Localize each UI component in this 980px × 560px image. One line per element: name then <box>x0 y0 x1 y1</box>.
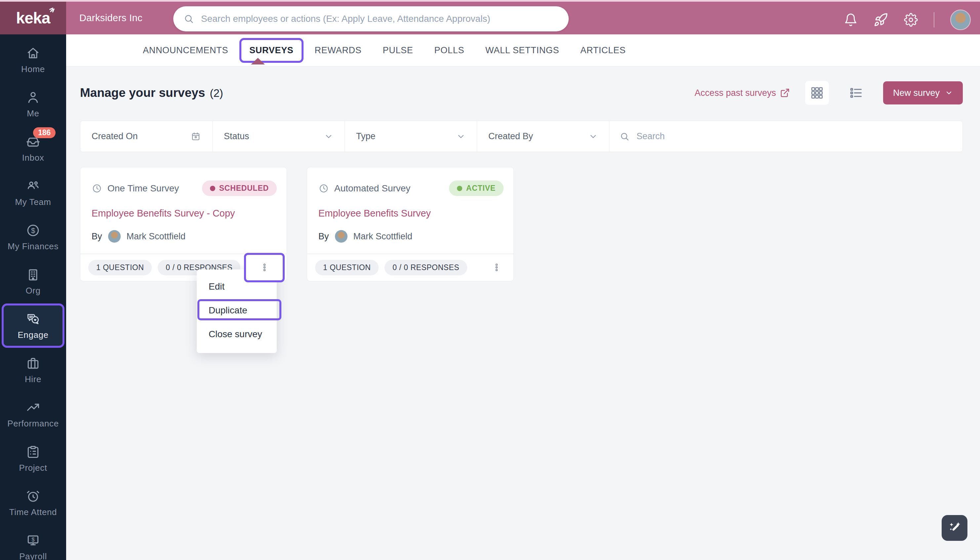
user-icon <box>26 90 40 105</box>
author-name: Mark Scottfield <box>353 232 413 242</box>
chevron-down-icon <box>588 132 598 141</box>
dollar-circle-icon: $ <box>26 222 40 238</box>
user-avatar[interactable] <box>950 10 971 30</box>
team-icon <box>26 178 40 194</box>
chevron-down-icon <box>456 132 465 141</box>
kebab-menu-button[interactable] <box>256 259 273 277</box>
page-title: Manage your surveys <box>80 86 205 100</box>
home-icon <box>26 45 40 61</box>
new-survey-button[interactable]: New survey <box>883 81 963 105</box>
survey-count: (2) <box>210 87 223 100</box>
filterbar: Created On Status Type Created By <box>80 121 963 152</box>
grid-view-icon <box>810 86 824 100</box>
tab-surveys[interactable]: SURVEYS <box>249 45 293 55</box>
kebab-icon <box>492 262 502 273</box>
global-search <box>173 6 569 32</box>
svg-text:$: $ <box>31 227 35 235</box>
payroll-monitor-icon: $ <box>26 533 40 548</box>
sidebar-item-my-team[interactable]: My Team <box>0 171 66 215</box>
bell-icon[interactable] <box>844 13 858 27</box>
filter-search <box>609 121 962 152</box>
tab-pulse[interactable]: PULSE <box>383 45 413 55</box>
sidebar-item-my-finances[interactable]: $ My Finances <box>0 215 66 259</box>
svg-text:$: $ <box>32 537 34 542</box>
sidebar-item-time-attend[interactable]: Time Attend <box>0 481 66 525</box>
head-actions: Access past surveys <box>695 81 963 105</box>
list-view-button[interactable] <box>844 81 868 105</box>
sidebar-item-hire[interactable]: Hire <box>0 348 66 392</box>
search-icon <box>183 13 194 25</box>
tab-announcements[interactable]: ANNOUNCEMENTS <box>143 45 228 55</box>
access-past-surveys-link[interactable]: Access past surveys <box>695 88 790 98</box>
survey-card-automated: Automated Survey ACTIVE Employee Benefit… <box>307 167 514 281</box>
filter-created-by[interactable]: Created By <box>477 121 609 152</box>
clock-icon <box>92 183 102 194</box>
active-tab-indicator <box>251 58 265 65</box>
app-root: keka Darksiders Inc <box>0 0 980 560</box>
sidebar: Home Me 186 Inbox My Team $ My Financ <box>0 34 66 560</box>
questions-pill: 1 QUESTION <box>315 260 378 275</box>
chevron-down-icon <box>945 89 953 97</box>
kebab-menu-button[interactable] <box>488 259 505 277</box>
survey-cards: One Time Survey SCHEDULED Employee Benef… <box>80 167 963 281</box>
status-badge-scheduled: SCHEDULED <box>202 180 277 196</box>
filter-search-input[interactable] <box>637 131 953 142</box>
chevron-down-icon <box>324 132 333 141</box>
global-search-input[interactable] <box>201 13 559 24</box>
sidebar-item-engage[interactable]: Engage <box>2 303 65 348</box>
topbar-actions <box>844 3 971 36</box>
topbar-divider <box>934 12 934 27</box>
menu-item-close-survey[interactable]: Close survey <box>197 322 277 346</box>
kebab-icon <box>260 262 270 273</box>
sidebar-item-payroll[interactable]: $ Payroll <box>0 525 66 560</box>
magic-wand-fab[interactable] <box>942 515 967 541</box>
trend-up-icon <box>26 400 40 415</box>
logo-text: keka <box>16 9 50 27</box>
menu-item-duplicate[interactable]: Duplicate <box>197 298 277 322</box>
briefcase-icon <box>26 355 40 371</box>
sidebar-item-project[interactable]: Project <box>0 437 66 481</box>
grid-view-button[interactable] <box>805 81 829 105</box>
sidebar-item-performance[interactable]: Performance <box>0 392 66 437</box>
clipboard-icon <box>26 444 40 460</box>
questions-pill: 1 QUESTION <box>88 260 152 275</box>
survey-card-one-time: One Time Survey SCHEDULED Employee Benef… <box>80 167 287 281</box>
sidebar-item-me[interactable]: Me <box>0 82 66 126</box>
engage-chat-heart-icon <box>25 311 41 327</box>
sidebar-item-org[interactable]: Org <box>0 259 66 303</box>
logo-spark-icon <box>48 3 58 13</box>
tab-wall-settings[interactable]: WALL SETTINGS <box>485 45 559 55</box>
surveys-content: Manage your surveys (2) Access past surv… <box>66 67 980 560</box>
by-label: By <box>92 232 102 242</box>
filter-status[interactable]: Status <box>213 121 345 152</box>
company-name: Darksiders Inc <box>79 13 143 23</box>
tab-articles[interactable]: ARTICLES <box>580 45 625 55</box>
tab-rewards[interactable]: REWARDS <box>315 45 362 55</box>
topbar: keka Darksiders Inc <box>0 0 980 34</box>
survey-title-link[interactable]: Employee Benefits Survey <box>318 208 502 219</box>
filter-type[interactable]: Type <box>345 121 477 152</box>
gear-icon[interactable] <box>904 13 918 27</box>
building-icon <box>26 267 40 283</box>
list-view-icon <box>849 86 863 100</box>
keka-logo[interactable]: keka <box>0 2 66 34</box>
filter-created-on[interactable]: Created On <box>80 121 213 152</box>
status-dot <box>457 186 462 191</box>
author-avatar <box>335 230 347 243</box>
search-icon <box>619 131 630 142</box>
calendar-icon <box>190 131 201 142</box>
survey-title-link[interactable]: Employee Benefits Survey - Copy <box>92 208 275 219</box>
page-head: Manage your surveys (2) Access past surv… <box>80 80 963 105</box>
inbox-count-badge: 186 <box>33 127 55 138</box>
survey-type-label: One Time Survey <box>107 183 179 194</box>
sidebar-item-inbox[interactable]: 186 Inbox <box>0 126 66 171</box>
rocket-icon[interactable] <box>873 13 888 27</box>
status-dot <box>210 186 215 191</box>
by-label: By <box>318 232 329 242</box>
tab-polls[interactable]: POLLS <box>435 45 465 55</box>
status-badge-active: ACTIVE <box>449 180 503 196</box>
engage-tabbar: ANNOUNCEMENTS SURVEYS REWARDS PULSE POLL… <box>66 34 980 67</box>
sidebar-item-home[interactable]: Home <box>0 38 66 82</box>
responses-pill: 0 / 0 RESPONSES <box>385 260 467 275</box>
page-title-wrap: Manage your surveys (2) <box>80 86 223 100</box>
